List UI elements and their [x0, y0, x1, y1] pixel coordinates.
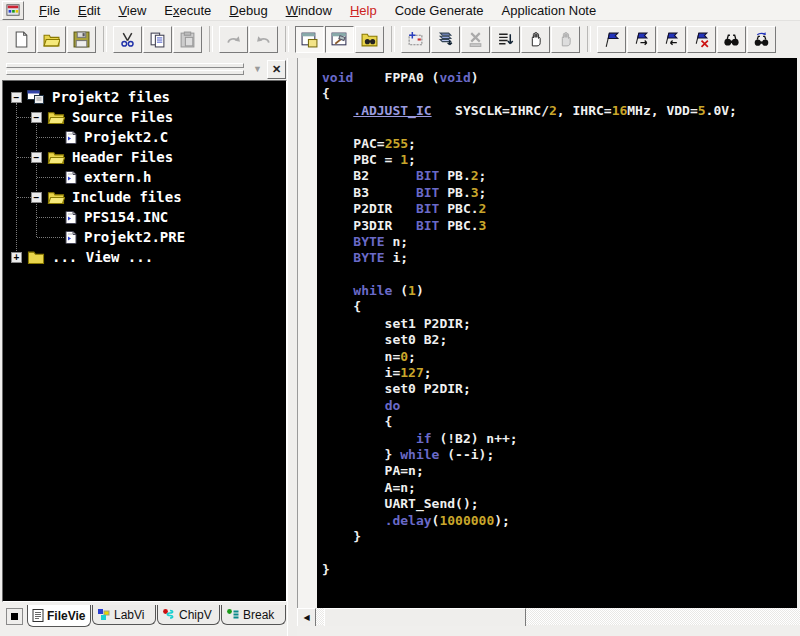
- compile-stack-button[interactable]: [431, 26, 460, 53]
- menu-item-application-note[interactable]: Application Note: [493, 3, 606, 18]
- tab-label: Break: [243, 608, 274, 622]
- delete-x-button: [461, 26, 490, 53]
- dropdown-arrow-button[interactable]: ▼: [249, 61, 266, 78]
- code-token: MHz, VDD=: [627, 103, 697, 118]
- tree-expand-toggle[interactable]: −: [31, 152, 42, 163]
- code-token: .delay: [385, 513, 432, 528]
- hand-off-button: [551, 26, 580, 53]
- panel-square-button[interactable]: [6, 608, 23, 625]
- tree-item-header-files[interactable]: −Header Files: [3, 147, 286, 167]
- tree-expand-toggle[interactable]: −: [31, 112, 42, 123]
- break-tab-icon: [226, 608, 240, 621]
- hand-off-icon: [557, 31, 574, 48]
- code-editor[interactable]: void FPPA0 (void){ .ADJUST_IC SYSCLK=IHR…: [317, 58, 797, 608]
- scrollbar-track[interactable]: [316, 608, 800, 625]
- tree-item-label: extern.h: [84, 167, 151, 187]
- system-menu-button[interactable]: [2, 1, 24, 20]
- code-line: B3 BIT PB.3;: [322, 185, 797, 201]
- tree-item-label: Header Files: [72, 147, 173, 167]
- code-line: [322, 119, 797, 135]
- code-token: void: [322, 70, 353, 85]
- tree-connector-stub: [37, 217, 64, 218]
- flag-next-button[interactable]: [627, 26, 656, 53]
- flag-button[interactable]: [597, 26, 626, 53]
- workspace-window-button[interactable]: [295, 26, 324, 53]
- build-window-button[interactable]: [325, 26, 354, 53]
- code-line: {: [322, 86, 797, 102]
- menu-item-window[interactable]: Window: [277, 3, 341, 18]
- code-line: BYTE n;: [322, 234, 797, 250]
- tab-chipv[interactable]: ChipV: [157, 605, 220, 625]
- code-token: (!B2) n++;: [432, 431, 518, 446]
- folder-closed-icon: [27, 250, 45, 264]
- find-in-files-icon: [361, 31, 378, 48]
- tree-item-source-files[interactable]: −Source Files: [3, 107, 286, 127]
- find-in-files-button[interactable]: [355, 26, 384, 53]
- cut-scissors-button[interactable]: [113, 26, 142, 53]
- menu-item-edit[interactable]: Edit: [69, 3, 109, 18]
- open-folder-button[interactable]: [37, 26, 66, 53]
- flag-clear-icon: [693, 31, 710, 48]
- panel-gripper[interactable]: [6, 61, 244, 77]
- file-view-panel: ▼✕ −Projekt2 files−Source FilesProjekt2.…: [2, 58, 287, 636]
- tree-expand-toggle[interactable]: +: [11, 252, 22, 263]
- tree-connector-stub: [17, 157, 31, 158]
- tab-labvi[interactable]: LabVi: [92, 605, 156, 625]
- flag-prev-button[interactable]: [657, 26, 686, 53]
- binoculars-next-button[interactable]: [747, 26, 776, 53]
- code-line: A=n;: [322, 480, 797, 496]
- tree-item-label: Projekt2 files: [52, 87, 170, 107]
- tree-expand-toggle[interactable]: −: [11, 92, 22, 103]
- tab-break[interactable]: Break: [221, 605, 286, 625]
- save-floppy-button[interactable]: [67, 26, 96, 53]
- binoculars-button[interactable]: [717, 26, 746, 53]
- hand-icon: [527, 31, 544, 48]
- code-token: [322, 513, 385, 528]
- code-token: while: [353, 283, 392, 298]
- hand-button[interactable]: [521, 26, 550, 53]
- tree-item-label: ... View ...: [52, 247, 153, 267]
- code-line: i=127;: [322, 365, 797, 381]
- tree-item-projekt2-pre[interactable]: Projekt2.PRE: [3, 227, 286, 247]
- toolbar-separator: [103, 26, 107, 52]
- menu-item-code-generate[interactable]: Code Generate: [386, 3, 493, 18]
- open-folder-icon: [43, 31, 60, 48]
- tab-filevie[interactable]: FileVie: [27, 605, 91, 627]
- code-line: PAC=255;: [322, 136, 797, 152]
- close-button[interactable]: ✕: [267, 60, 286, 79]
- sort-list-button[interactable]: [491, 26, 520, 53]
- new-document-button[interactable]: [7, 26, 36, 53]
- code-line: n=0;: [322, 349, 797, 365]
- copy-pages-button[interactable]: [143, 26, 172, 53]
- panel-header: ▼✕: [2, 58, 287, 80]
- tree-item-view[interactable]: +... View ...: [3, 247, 286, 267]
- tree-item-pfs154-inc[interactable]: PFS154.INC: [3, 207, 286, 227]
- code-token: ;: [408, 349, 416, 364]
- tree-item-projekt2-c[interactable]: Projekt2.C: [3, 127, 286, 147]
- editor-margin: [297, 58, 317, 608]
- code-token: BYTE: [353, 234, 384, 249]
- scrollbar-thumb[interactable]: [324, 608, 526, 627]
- tree-expand-toggle[interactable]: −: [31, 192, 42, 203]
- tab-label: ChipV: [179, 608, 212, 622]
- tree-item-projekt2-files[interactable]: −Projekt2 files: [3, 87, 286, 107]
- tree-item-include-files[interactable]: −Include files: [3, 187, 286, 207]
- code-line: .delay(1000000);: [322, 513, 797, 529]
- flag-clear-button[interactable]: [687, 26, 716, 53]
- code-token: BIT: [416, 185, 439, 200]
- folder-open-icon: [47, 110, 65, 124]
- scroll-left-arrow-button[interactable]: ◀: [297, 608, 316, 627]
- ic-grid-button[interactable]: [401, 26, 430, 53]
- menu-accelerator: D: [229, 3, 238, 18]
- menu-item-view[interactable]: View: [109, 3, 155, 18]
- project-file-tree: −Projekt2 files−Source FilesProjekt2.C−H…: [2, 80, 287, 602]
- code-token: ): [471, 70, 479, 85]
- menu-item-debug[interactable]: Debug: [220, 3, 276, 18]
- menu-item-help[interactable]: Help: [341, 3, 386, 18]
- code-token: 0: [400, 349, 408, 364]
- tree-item-extern-h[interactable]: extern.h: [3, 167, 286, 187]
- menu-item-execute[interactable]: Execute: [155, 3, 220, 18]
- menu-item-file[interactable]: File: [30, 3, 69, 18]
- compile-stack-icon: [437, 31, 454, 48]
- code-line: BYTE i;: [322, 250, 797, 266]
